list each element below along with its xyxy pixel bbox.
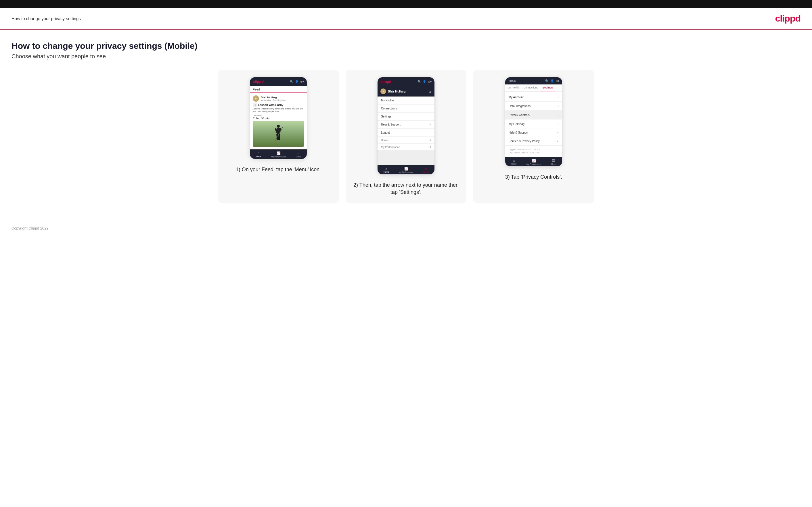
step3-serviceprivacy-label: Service & Privacy Policy [509, 139, 540, 143]
chevron-right-icon: › [558, 104, 559, 108]
step3-settings-list: My Account › Data Integrations › Privacy… [505, 93, 562, 146]
step2-bg-overlay [377, 151, 435, 165]
menu-icon: ☰ [297, 151, 300, 155]
step2-menu-items: My Profile Connections Settings Help & S… [377, 97, 435, 151]
step2-menu-user-header: B Blair McHarg ▲ [377, 86, 435, 97]
step2-app-logo: clippd [380, 79, 391, 84]
step2-user-avatar: B [380, 89, 386, 94]
step3-setting-myaccount[interactable]: My Account › [505, 93, 562, 102]
logo: clippd [775, 13, 801, 24]
home-icon: ⌂ [385, 167, 387, 170]
step1-nav-performance-label: My Performance [271, 156, 286, 158]
home-icon: ⌂ [513, 159, 515, 162]
settings-icon: ⊕▾ [556, 79, 559, 82]
step1-lesson-desc: Looking to feel like my hands are exitin… [253, 107, 304, 113]
step-1-card: clippd 🔍 👤 ⊕▾ Feed B Blair McHarg [218, 70, 339, 203]
step3-setting-serviceprivacy[interactable]: Service & Privacy Policy [505, 137, 562, 146]
close-icon: ✕ [425, 167, 427, 171]
step2-section-home-label: Home [381, 139, 388, 142]
step2-menu-item-helpsupport[interactable]: Help & Support [377, 121, 435, 129]
step2-menu-item-settings[interactable]: Settings [377, 113, 435, 121]
footer: Copyright Clippd 2022 [0, 220, 812, 236]
step2-menu-item-logout[interactable]: Logout [377, 129, 435, 137]
step2-helpsupport-label: Help & Support [381, 123, 401, 126]
user-icon: 👤 [295, 80, 299, 83]
step1-app-logo: clippd [253, 79, 264, 84]
step3-nav-menu-label: Menu [551, 163, 556, 165]
search-icon: 🔍 [417, 80, 421, 83]
step1-phone-icons: 🔍 👤 ⊕▾ [290, 80, 304, 83]
page-subheading: Choose what you want people to see [11, 53, 801, 60]
step2-nav-performance: 📈 My Performance [399, 167, 413, 173]
step2-performance-chevron: ▾ [429, 145, 431, 149]
step3-nav-menu[interactable]: ☰ Menu [551, 159, 556, 165]
step3-back-button[interactable]: < Back [508, 79, 516, 82]
step1-user-avatar: B [253, 95, 259, 102]
step2-connections-label: Connections [381, 107, 397, 110]
step3-privacycontrols-label: Privacy Controls [509, 113, 529, 117]
step3-setting-helpsupport[interactable]: Help & Support [505, 128, 562, 137]
step2-nav-menu[interactable]: ✕ Menu [423, 167, 428, 173]
step3-nav-performance: 📈 My Performance [526, 159, 541, 165]
menu-icon: ☰ [552, 159, 555, 163]
chevron-right-icon: › [558, 95, 559, 99]
step3-settings-tabs: My Profile Connections Settings [505, 84, 562, 92]
step1-nav-menu[interactable]: ☰ Menu [296, 151, 301, 158]
step3-nav-home-label: Home [511, 163, 517, 165]
step3-tab-settings[interactable]: Settings [540, 84, 555, 91]
search-icon: 🔍 [290, 80, 293, 83]
step2-menu-item-myprofile[interactable]: My Profile [377, 97, 435, 105]
step3-server-version: GQL Server Version: 2022.7.30-1 [509, 151, 559, 154]
chart-icon: 📈 [532, 159, 536, 163]
step2-menu-item-connections[interactable]: Connections [377, 105, 435, 113]
step-2-card: clippd 🔍 👤 ⊕▾ B Blair McHarg ▲ [346, 70, 466, 203]
main-content: How to change your privacy settings (Mob… [0, 30, 812, 220]
step3-setting-dataintegrations[interactable]: Data Integrations › [505, 102, 562, 111]
step3-myaccount-label: My Account [509, 96, 523, 99]
step1-phone-mockup: clippd 🔍 👤 ⊕▾ Feed B Blair McHarg [250, 77, 307, 159]
step3-tab-myprofile[interactable]: My Profile [505, 84, 521, 91]
step1-feed-post: B Blair McHarg Yesterday · Sunningdale 📋… [250, 93, 307, 149]
step2-phone-mockup: clippd 🔍 👤 ⊕▾ B Blair McHarg ▲ [377, 77, 435, 175]
step1-lesson-icon: 📋 [253, 103, 257, 107]
step2-settings-label: Settings [381, 115, 391, 118]
search-icon: 🔍 [545, 79, 549, 82]
step3-mygolfbag-label: My Golf Bag [509, 122, 524, 125]
step1-duration-value: 01 hr : 30 min [253, 117, 304, 120]
step3-setting-mygolfbag[interactable]: My Golf Bag › [505, 119, 562, 128]
step3-helpsupport-label: Help & Support [509, 131, 528, 134]
step3-setting-privacycontrols[interactable]: Privacy Controls › [505, 111, 562, 119]
settings-icon: ⊕▾ [428, 80, 432, 83]
step2-nav-home-label: Home [384, 171, 389, 173]
chevron-right-icon: › [558, 122, 559, 125]
step1-nav-menu-label: Menu [296, 156, 301, 158]
user-icon: 👤 [550, 79, 554, 82]
step2-home-chevron: ▾ [429, 138, 431, 142]
step3-back-bar: < Back 🔍 👤 ⊕▾ [505, 77, 562, 84]
step1-user-info: Blair McHarg Yesterday · Sunningdale [261, 96, 286, 101]
step3-phone-icons: 🔍 👤 ⊕▾ [545, 79, 559, 82]
page-heading: How to change your privacy settings (Mob… [11, 41, 801, 51]
steps-container: clippd 🔍 👤 ⊕▾ Feed B Blair McHarg [11, 70, 801, 203]
step2-logout-label: Logout [381, 131, 390, 134]
step2-myprofile-label: My Profile [381, 99, 394, 102]
step2-nav-performance-label: My Performance [399, 171, 413, 173]
step2-bottom-nav: ⌂ Home 📈 My Performance ✕ Menu [377, 165, 435, 174]
step2-phone-icons: 🔍 👤 ⊕▾ [417, 80, 432, 83]
step3-dataintegrations-label: Data Integrations [509, 105, 530, 108]
step2-section-performance: My Performance ▾ [377, 144, 435, 151]
step1-lesson-title: 📋 Lesson with Fordy [253, 103, 304, 107]
header-title: How to change your privacy settings [11, 16, 81, 21]
step3-tab-connections[interactable]: Connections [521, 84, 540, 91]
step2-user-name: Blair McHarg [388, 90, 406, 93]
copyright-text: Copyright Clippd 2022 [11, 226, 49, 230]
step1-feed-screen: Feed B Blair McHarg Yesterday · Sunningd… [250, 86, 307, 149]
step1-feed-tab: Feed [250, 86, 307, 93]
step-3-card: < Back 🔍 👤 ⊕▾ My Profile Connections Set… [473, 70, 594, 203]
step3-phone-mockup: < Back 🔍 👤 ⊕▾ My Profile Connections Set… [505, 77, 562, 167]
step2-nav-home: ⌂ Home [384, 167, 389, 173]
step3-nav-performance-label: My Performance [526, 163, 541, 165]
step3-version-info: Clippd Client Version: 2022.8.3-3 GQL Se… [505, 146, 562, 157]
step3-nav-home: ⌂ Home [511, 159, 517, 165]
step1-user-name: Blair McHarg [261, 96, 286, 99]
